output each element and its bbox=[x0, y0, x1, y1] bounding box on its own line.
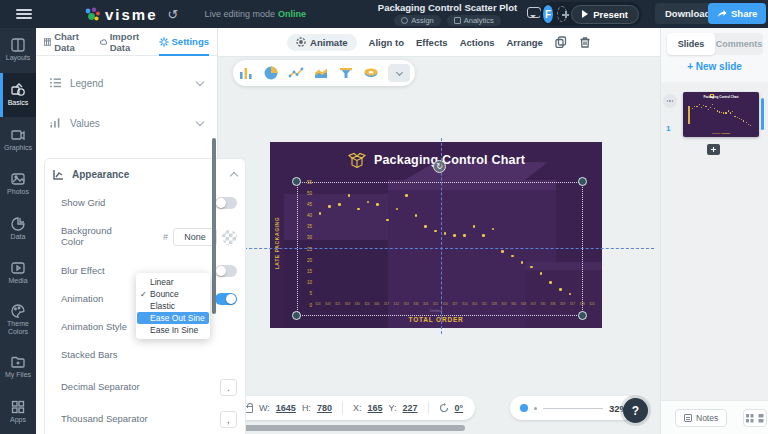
thumbnail-scatter-point bbox=[696, 106, 697, 107]
dropdown-option-ease-out-sine[interactable]: Ease Out Sine bbox=[137, 312, 209, 324]
zoom-slider-track[interactable] bbox=[543, 408, 603, 409]
visme-logo[interactable]: visme bbox=[84, 6, 158, 23]
scatter-point bbox=[463, 234, 466, 237]
canvas-horizontal-scrollbar[interactable] bbox=[219, 425, 465, 431]
tab-import-data[interactable]: Import Data bbox=[100, 28, 148, 55]
sidebar-item-media[interactable]: Media bbox=[0, 251, 36, 296]
thumbnail-scatter-point bbox=[699, 104, 700, 105]
tab-chart-data[interactable]: Chart Data bbox=[44, 28, 89, 55]
sidebar-item-photos[interactable]: Photos bbox=[0, 162, 36, 207]
dropdown-option-bounce[interactable]: ✓Bounce bbox=[136, 288, 210, 300]
thousand-separator-select[interactable]: , bbox=[220, 411, 237, 428]
chevron-down-icon bbox=[395, 68, 402, 75]
list-view-icon bbox=[757, 414, 765, 423]
line-chart-type-button[interactable] bbox=[288, 65, 304, 81]
donut-chart-type-button[interactable] bbox=[363, 65, 379, 81]
slide-thumbnail[interactable]: Packaging Control Chart TOTAL ORDER bbox=[683, 92, 759, 137]
actions-button[interactable]: Actions bbox=[460, 37, 495, 48]
sidebar-item-basics[interactable]: Basics bbox=[0, 73, 36, 118]
add-collaborator-button[interactable] bbox=[557, 6, 567, 22]
panel-scrollbar[interactable] bbox=[212, 138, 216, 314]
thumbnail-scatter-point bbox=[748, 124, 749, 125]
resize-handle-bottom-left[interactable] bbox=[292, 311, 301, 320]
delete-button[interactable] bbox=[579, 36, 591, 48]
x-tick-label: 346 bbox=[372, 302, 382, 306]
chart-object[interactable]: Packaging Control Chart ↻ LATE PACKAGING… bbox=[270, 142, 602, 328]
data-icon bbox=[11, 217, 25, 231]
sidebar-item-apps[interactable]: Apps bbox=[0, 389, 36, 434]
area-chart-type-button[interactable] bbox=[313, 65, 329, 81]
x-position-value[interactable]: 165 bbox=[367, 403, 382, 413]
scatter-point bbox=[559, 288, 562, 291]
zoom-slider-handle[interactable] bbox=[520, 404, 528, 412]
slides-panel-tabs: Slides Comments bbox=[667, 33, 763, 55]
tab-slides[interactable]: Slides bbox=[667, 33, 715, 55]
analytics-button[interactable]: Analytics bbox=[447, 15, 501, 26]
height-value[interactable]: 780 bbox=[317, 403, 332, 413]
sidebar-item-graphics[interactable]: Graphics bbox=[0, 117, 36, 162]
dropdown-option-ease-in-sine[interactable]: Ease In Sine bbox=[136, 324, 210, 336]
width-value[interactable]: 1645 bbox=[276, 403, 296, 413]
thumbnail-scatter-point bbox=[721, 112, 722, 113]
y-position-value[interactable]: 227 bbox=[402, 403, 417, 413]
section-values[interactable]: Values bbox=[36, 110, 217, 136]
resize-handle-top-right[interactable] bbox=[578, 177, 587, 186]
background-color-input[interactable]: None bbox=[173, 228, 217, 246]
funnel-chart-type-button[interactable] bbox=[338, 65, 354, 81]
scatter-point bbox=[328, 205, 331, 208]
new-slide-button[interactable]: + New slide bbox=[661, 61, 768, 72]
list-view-button[interactable] bbox=[755, 410, 766, 426]
section-legend[interactable]: Legend bbox=[36, 70, 217, 96]
effects-button[interactable]: Effects bbox=[416, 37, 448, 48]
show-grid-toggle[interactable] bbox=[215, 197, 237, 209]
sidebar-item-theme-colors[interactable]: Theme Colors bbox=[0, 295, 36, 345]
resize-handle-top-left[interactable] bbox=[292, 177, 301, 186]
share-button[interactable]: Share bbox=[708, 3, 766, 24]
tab-settings[interactable]: Settings bbox=[159, 28, 209, 55]
sidebar-item-my-files[interactable]: My Files bbox=[0, 345, 36, 390]
comments-chat-icon[interactable] bbox=[527, 7, 541, 18]
resize-handle-bottom-right[interactable] bbox=[578, 311, 587, 320]
rotation-value[interactable]: 0° bbox=[455, 403, 464, 413]
decimal-separator-select[interactable]: . bbox=[220, 379, 237, 396]
package-box-icon bbox=[347, 152, 367, 168]
lock-ratio-icon[interactable] bbox=[245, 406, 253, 413]
animate-button[interactable]: Animate bbox=[287, 34, 356, 51]
sidebar-item-data[interactable]: Data bbox=[0, 206, 36, 251]
y-tick-label: 5 bbox=[294, 291, 312, 296]
notes-button[interactable]: Notes bbox=[675, 409, 727, 427]
scatter-point bbox=[453, 234, 456, 237]
scatter-point bbox=[482, 234, 485, 237]
animation-indicator-icon[interactable]: ↻ bbox=[433, 160, 446, 173]
sidebar-item-layouts[interactable]: Layouts bbox=[0, 28, 36, 73]
duplicate-button[interactable] bbox=[555, 36, 567, 48]
document-title[interactable]: Packaging Control Scatter Plot bbox=[340, 2, 555, 13]
series-label: Untitled bbox=[270, 309, 602, 313]
help-button[interactable]: ? bbox=[623, 398, 648, 423]
hamburger-menu-icon[interactable] bbox=[16, 9, 32, 19]
arrange-button[interactable]: Arrange bbox=[506, 37, 542, 48]
animation-toggle[interactable] bbox=[215, 293, 237, 305]
grid-view-button[interactable] bbox=[744, 410, 755, 426]
transparent-color-swatch[interactable] bbox=[222, 230, 237, 245]
align-to-button[interactable]: Align to bbox=[369, 37, 404, 48]
y-tick-label: 40 bbox=[294, 213, 312, 218]
present-button[interactable]: Present bbox=[571, 5, 639, 24]
blur-effect-toggle[interactable] bbox=[215, 265, 237, 277]
tab-comments[interactable]: Comments bbox=[715, 39, 763, 49]
avatar[interactable]: F bbox=[543, 5, 553, 23]
dropdown-option-elastic[interactable]: Elastic bbox=[136, 300, 210, 312]
pie-chart-type-button[interactable] bbox=[263, 65, 279, 81]
thumbnail-x-label: TOTAL ORDER bbox=[683, 132, 759, 135]
chart-type-toolbar bbox=[233, 60, 415, 86]
undo-icon[interactable]: ↺ bbox=[168, 7, 179, 22]
dropdown-option-linear[interactable]: Linear bbox=[136, 276, 210, 288]
add-slide-here-button[interactable] bbox=[707, 144, 720, 155]
grid-view-icon bbox=[746, 414, 754, 423]
more-chart-types-button[interactable] bbox=[388, 64, 410, 82]
thumbnail-scatter-point bbox=[723, 112, 724, 113]
assign-button[interactable]: Assign bbox=[394, 15, 441, 26]
slide-options-icon[interactable] bbox=[663, 94, 677, 108]
x-axis-label: TOTAL ORDER bbox=[270, 316, 602, 323]
bar-chart-type-button[interactable] bbox=[238, 65, 254, 81]
